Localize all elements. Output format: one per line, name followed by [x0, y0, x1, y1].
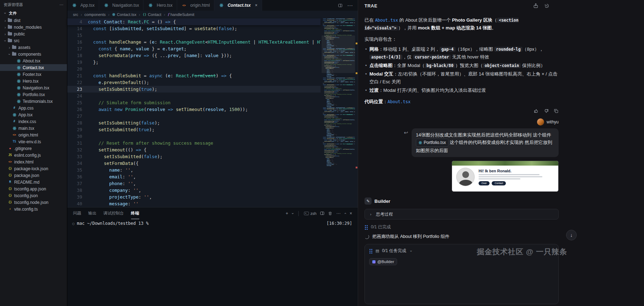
file-tree-item-package.json[interactable]: {}package.json — [0, 172, 67, 179]
file-link[interactable]: About.tsx — [375, 18, 398, 23]
workspace-section[interactable]: › 文件 — [0, 9, 67, 17]
code-line-20[interactable]: 20 — [67, 66, 321, 72]
tab-App.tsx[interactable]: App.tsx — [67, 0, 99, 11]
file-tree-item-main.tsx[interactable]: main.tsx — [0, 125, 67, 132]
code-line-38[interactable]: 38 company: '', — [67, 187, 321, 194]
tab-Contact.tsx[interactable]: Contact.tsx× — [214, 0, 262, 11]
more-actions-icon[interactable]: ⋯ — [60, 2, 63, 7]
file-tree-item-tsconfig.node.json[interactable]: {}tsconfig.node.json — [0, 199, 67, 206]
breadcrumb-item-Contact.tsx[interactable]: Contact.tsx — [112, 12, 136, 17]
file-chip[interactable]: Portfolio.tsx — [416, 139, 448, 147]
code-line-29[interactable]: 29 setIsSubmitted(true); — [67, 126, 321, 133]
tab-Hero.tsx[interactable]: Hero.tsx — [143, 0, 177, 11]
file-tree-item-Testimonials.tsx[interactable]: Testimonials.tsx — [0, 98, 67, 105]
code-line-37[interactable]: 37 phone: '', — [67, 180, 321, 187]
code-line-34[interactable]: 34 setFormData({ — [67, 160, 321, 167]
code-line-22[interactable]: 22 e.preventDefault(); — [67, 79, 321, 86]
close-panel-icon[interactable]: × — [350, 211, 352, 216]
code-line-31[interactable]: 31 // Reset form after showing success m… — [67, 140, 321, 146]
tab-origin.html[interactable]: <>origin.html — [177, 0, 214, 11]
terminal-tab-问题[interactable]: 问题 — [73, 207, 81, 219]
code-line-16[interactable]: 16 const handleChange = (e: React.Change… — [67, 39, 321, 45]
file-tree-item-vite-env.d.ts[interactable]: TSvite-env.d.ts — [0, 138, 67, 145]
code-line-36[interactable]: 36 email: '', — [67, 173, 321, 180]
file-tree-item-About.tsx[interactable]: About.tsx — [0, 57, 67, 64]
file-tree-item-tsconfig.app.json[interactable]: {}tsconfig.app.json — [0, 185, 67, 192]
tasks-progress-label[interactable]: 0/1 任务完成 — [382, 248, 406, 254]
new-terminal-icon[interactable]: + — [286, 211, 288, 216]
file-link[interactable]: About.tsx — [388, 99, 411, 104]
breadcrumb-item-Contact[interactable]: {}Contact — [143, 12, 162, 17]
file-tree-item-Hero.tsx[interactable]: Hero.tsx — [0, 78, 67, 84]
split-terminal-icon[interactable] — [320, 212, 324, 215]
code-line-19[interactable]: 19 }; — [67, 59, 321, 66]
minimap-slider[interactable] — [322, 35, 355, 73]
split-editor-icon[interactable] — [338, 4, 342, 7]
builder-mode-chip[interactable]: @Builder — [369, 258, 397, 265]
file-tree-item-.gitignore[interactable]: ◆.gitignore — [0, 145, 67, 152]
thumbs-down-icon[interactable] — [544, 109, 549, 113]
code-line-39[interactable]: 39 projectType: '', — [67, 194, 321, 200]
file-tree-item-public[interactable]: ›public — [0, 30, 67, 37]
file-tree-item-dist[interactable]: ›dist — [0, 17, 67, 24]
file-tree-item-Contact.tsx[interactable]: Contact.tsx — [0, 64, 67, 71]
editor-more-icon[interactable]: ⋯ — [347, 2, 353, 9]
terminal-tab-调试控制台[interactable]: 调试控制台 — [103, 207, 124, 219]
file-tree-item-index.html[interactable]: <>index.html — [0, 158, 67, 165]
terminal-tab-输出[interactable]: 输出 — [88, 207, 96, 219]
file-tree-item-package-lock.json[interactable]: {}package-lock.json — [0, 165, 67, 172]
file-tree-item-src[interactable]: ›src — [0, 37, 67, 44]
terminal-tab-终端[interactable]: 终端 — [131, 207, 139, 219]
file-tree-item-vite.config.ts[interactable]: ⚡vite.config.ts — [0, 206, 67, 212]
copy-icon[interactable] — [554, 109, 559, 113]
shell-badge[interactable]: >_ zsh — [304, 211, 317, 216]
thinking-process-toggle[interactable]: › 思考过程 — [365, 209, 559, 219]
revert-icon[interactable]: ↩ — [404, 130, 408, 135]
breadcrumb-item-handleSubmit[interactable]: fhandleSubmit — [168, 12, 194, 17]
scroll-to-bottom-button[interactable]: ↓ — [566, 230, 577, 240]
code-line-27[interactable]: 27 — [67, 113, 321, 119]
file-tree-item-Footer.tsx[interactable]: Footer.tsx — [0, 71, 67, 78]
code-line-40[interactable]: 40 message: '' — [67, 200, 321, 207]
terminal-output[interactable]: ○ mac ~/Downloads/testbed 13 % [16:30:29… — [67, 219, 358, 226]
code-line-24[interactable]: 24 — [67, 93, 321, 99]
code-line-26[interactable]: 26 await new Promise(resolve => setTimeo… — [67, 106, 321, 113]
code-line-30[interactable]: 30 — [67, 133, 321, 140]
code-line-25[interactable]: 25 // Simulate form submission — [67, 99, 321, 106]
file-tree-item-tsconfig.json[interactable]: {}tsconfig.json — [0, 192, 67, 199]
file-tree-item-App.tsx[interactable]: App.tsx — [0, 111, 67, 118]
file-tree-item-index.css[interactable]: #index.css — [0, 118, 67, 125]
thumbs-up-icon[interactable] — [534, 109, 539, 113]
code-line-23[interactable]: 23 setIsSubmitting(true); — [67, 86, 321, 93]
code-line-17[interactable]: 17 const { name, value } = e.target; — [67, 45, 321, 52]
file-tree-item-Portfolio.tsx[interactable]: Portfolio.tsx — [0, 91, 67, 98]
close-tab-icon[interactable]: × — [255, 3, 258, 8]
tab-Navigation.tsx[interactable]: Navigation.tsx — [99, 0, 143, 11]
code-line-21[interactable]: 21 const handleSubmit = async (e: React.… — [67, 72, 321, 79]
breadcrumb-item-components[interactable]: components — [84, 12, 106, 17]
code-line-15[interactable]: 15 — [67, 32, 321, 39]
share-icon[interactable] — [533, 3, 538, 9]
code-line-35[interactable]: 35 name: '', — [67, 167, 321, 173]
terminal-more-icon[interactable]: ⋯ — [336, 211, 340, 216]
attachment-image[interactable]: Hi! Ik ben Ronald. OverContact — [452, 161, 559, 192]
history-icon[interactable] — [544, 3, 549, 9]
code-line-32[interactable]: 32 setTimeout(() => { — [67, 146, 321, 153]
file-tree-item-App.css[interactable]: #App.css — [0, 105, 67, 111]
trash-icon[interactable] — [328, 211, 332, 216]
maximize-panel-icon[interactable]: › — [343, 213, 347, 214]
file-tree-item-assets[interactable]: ›assets — [0, 44, 67, 51]
file-tree-item-Navigation.tsx[interactable]: Navigation.tsx — [0, 84, 67, 91]
code-line-4[interactable]: 4const Contact: React.FC = () => { — [67, 18, 321, 25]
file-tree-item-components[interactable]: ›components — [0, 51, 67, 57]
code-line-18[interactable]: 18 setFormData(prev => ({ ...prev, [name… — [67, 52, 321, 59]
file-tree-item-node_modules[interactable]: ›node_modules — [0, 24, 67, 30]
breadcrumb-item-src[interactable]: src — [73, 12, 78, 17]
code-line-33[interactable]: 33 setIsSubmitted(false); — [67, 153, 321, 160]
chevron-down-icon[interactable]: › — [409, 249, 413, 253]
file-tree-item-origin.html[interactable]: <>origin.html — [0, 132, 67, 138]
terminal-dropdown-icon[interactable]: › — [290, 213, 295, 214]
code-editor[interactable]: 14 const [isSubmitted, setIsSubmitted] =… — [67, 25, 321, 207]
file-tree-item-eslint.config.js[interactable]: JSeslint.config.js — [0, 152, 67, 158]
code-line-28[interactable]: 28 setIsSubmitting(false); — [67, 119, 321, 126]
